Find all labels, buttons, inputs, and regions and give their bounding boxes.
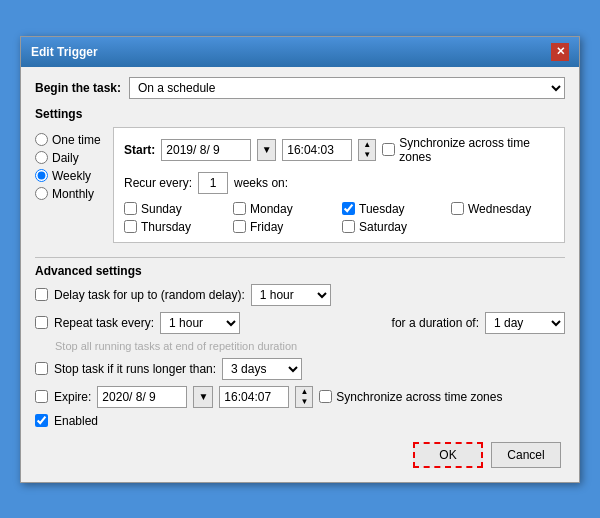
day-saturday-label: Saturday xyxy=(359,220,407,234)
day-monday[interactable]: Monday xyxy=(233,202,336,216)
radio-daily[interactable]: Daily xyxy=(35,151,105,165)
stop-task-checkbox[interactable] xyxy=(35,362,48,375)
day-saturday[interactable]: Saturday xyxy=(342,220,445,234)
stop-task-select[interactable]: 3 days xyxy=(222,358,302,380)
day-monday-label: Monday xyxy=(250,202,293,216)
day-tuesday[interactable]: Tuesday xyxy=(342,202,445,216)
start-sync-label: Synchronize across time zones xyxy=(399,136,554,164)
expire-sync-label: Synchronize across time zones xyxy=(336,390,502,404)
begin-task-row: Begin the task: On a schedule xyxy=(35,77,565,99)
day-sunday[interactable]: Sunday xyxy=(124,202,227,216)
expire-date-input[interactable] xyxy=(97,386,187,408)
stop-task-label: Stop task if it runs longer than: xyxy=(54,362,216,376)
button-row: OK Cancel xyxy=(35,436,565,472)
expire-label: Expire: xyxy=(54,390,91,404)
expire-time-input[interactable] xyxy=(219,386,289,408)
weeks-on-label: weeks on: xyxy=(234,176,288,190)
radio-weekly-label: Weekly xyxy=(52,169,91,183)
begin-task-label: Begin the task: xyxy=(35,81,121,95)
stop-all-label: Stop all running tasks at end of repetit… xyxy=(55,340,565,352)
start-date-input[interactable] xyxy=(161,139,251,161)
repeat-label: Repeat task every: xyxy=(54,316,154,330)
ok-button[interactable]: OK xyxy=(413,442,483,468)
day-wednesday-label: Wednesday xyxy=(468,202,531,216)
enabled-label: Enabled xyxy=(54,414,98,428)
start-time-down[interactable]: ▼ xyxy=(359,150,375,160)
recur-row: Recur every: weeks on: xyxy=(124,172,554,194)
enabled-checkbox[interactable] xyxy=(35,414,48,427)
radio-weekly[interactable]: Weekly xyxy=(35,169,105,183)
day-tuesday-label: Tuesday xyxy=(359,202,405,216)
start-date-picker-button[interactable]: ▼ xyxy=(257,139,276,161)
for-duration-select[interactable]: 1 day xyxy=(485,312,565,334)
expire-time-spinner[interactable]: ▲ ▼ xyxy=(295,386,313,408)
close-button[interactable]: ✕ xyxy=(551,43,569,61)
radio-monthly-label: Monthly xyxy=(52,187,94,201)
delay-checkbox[interactable] xyxy=(35,288,48,301)
start-time-input[interactable] xyxy=(282,139,352,161)
for-duration-label: for a duration of: xyxy=(392,316,479,330)
day-friday[interactable]: Friday xyxy=(233,220,336,234)
dialog-title: Edit Trigger xyxy=(31,45,98,59)
expire-checkbox[interactable] xyxy=(35,390,48,403)
enabled-row[interactable]: Enabled xyxy=(35,414,565,428)
day-wednesday[interactable]: Wednesday xyxy=(451,202,554,216)
recur-label: Recur every: xyxy=(124,176,192,190)
delay-label: Delay task for up to (random delay): xyxy=(54,288,245,302)
radio-monthly[interactable]: Monthly xyxy=(35,187,105,201)
day-thursday[interactable]: Thursday xyxy=(124,220,227,234)
start-row: Start: ▼ ▲ ▼ Synchronize across time zon… xyxy=(124,136,554,164)
start-sync-check[interactable]: Synchronize across time zones xyxy=(382,136,554,164)
radio-daily-label: Daily xyxy=(52,151,79,165)
begin-task-select[interactable]: On a schedule xyxy=(129,77,565,99)
expire-time-up[interactable]: ▲ xyxy=(296,387,312,397)
day-friday-label: Friday xyxy=(250,220,283,234)
repeat-select[interactable]: 1 hour xyxy=(160,312,240,334)
delay-row: Delay task for up to (random delay): 1 h… xyxy=(35,284,565,306)
start-time-up[interactable]: ▲ xyxy=(359,140,375,150)
start-label: Start: xyxy=(124,143,155,157)
start-time-spinner[interactable]: ▲ ▼ xyxy=(358,139,376,161)
expire-row: Expire: ▼ ▲ ▼ Synchronize across time zo… xyxy=(35,386,565,408)
radio-one-time-label: One time xyxy=(52,133,101,147)
advanced-section-label: Advanced settings xyxy=(35,264,565,278)
stop-task-row: Stop task if it runs longer than: 3 days xyxy=(35,358,565,380)
expire-time-down[interactable]: ▼ xyxy=(296,397,312,407)
repeat-checkbox[interactable] xyxy=(35,316,48,329)
expire-sync-check[interactable]: Synchronize across time zones xyxy=(319,390,502,404)
delay-select[interactable]: 1 hour xyxy=(251,284,331,306)
day-thursday-label: Thursday xyxy=(141,220,191,234)
recur-value-input[interactable] xyxy=(198,172,228,194)
settings-section-label: Settings xyxy=(35,107,565,121)
title-bar: Edit Trigger ✕ xyxy=(21,37,579,67)
cancel-button[interactable]: Cancel xyxy=(491,442,561,468)
expire-date-picker-button[interactable]: ▼ xyxy=(193,386,213,408)
edit-trigger-dialog: Edit Trigger ✕ Begin the task: On a sche… xyxy=(20,36,580,483)
days-grid: Sunday Monday Tuesday Wednesday xyxy=(124,202,554,234)
repeat-row: Repeat task every: 1 hour for a duration… xyxy=(35,312,565,334)
radio-one-time[interactable]: One time xyxy=(35,133,105,147)
day-sunday-label: Sunday xyxy=(141,202,182,216)
advanced-section: Advanced settings Delay task for up to (… xyxy=(35,264,565,428)
